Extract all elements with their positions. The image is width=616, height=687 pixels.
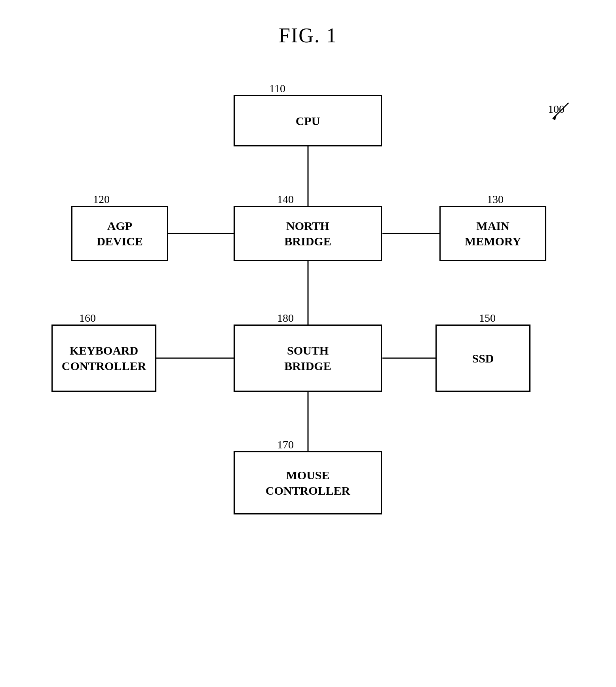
keyboard-controller-block: KEYBOARD CONTROLLER xyxy=(51,325,156,392)
cpu-block: CPU xyxy=(234,95,382,146)
cpu-ref: 110 xyxy=(269,82,285,95)
north-bridge-block: NORTH BRIDGE xyxy=(234,206,382,261)
figure-title: FIG. 1 xyxy=(0,0,616,47)
main-memory-ref: 130 xyxy=(487,193,504,206)
north-bridge-ref: 140 xyxy=(277,193,294,206)
ssd-ref: 150 xyxy=(479,312,496,325)
mouse-controller-block: MOUSE CONTROLLER xyxy=(234,451,382,514)
diagram-container: CPU 110 NORTH BRIDGE 140 AGP DEVICE 120 … xyxy=(0,63,616,687)
agp-device-block: AGP DEVICE xyxy=(71,206,168,261)
south-bridge-block: SOUTH BRIDGE xyxy=(234,325,382,392)
south-bridge-ref: 180 xyxy=(277,312,294,325)
agp-device-ref: 120 xyxy=(93,193,110,206)
main-memory-block: MAIN MEMORY xyxy=(439,206,546,261)
keyboard-controller-ref: 160 xyxy=(79,312,96,325)
ssd-block: SSD xyxy=(435,325,530,392)
mouse-controller-ref: 170 xyxy=(277,438,294,451)
